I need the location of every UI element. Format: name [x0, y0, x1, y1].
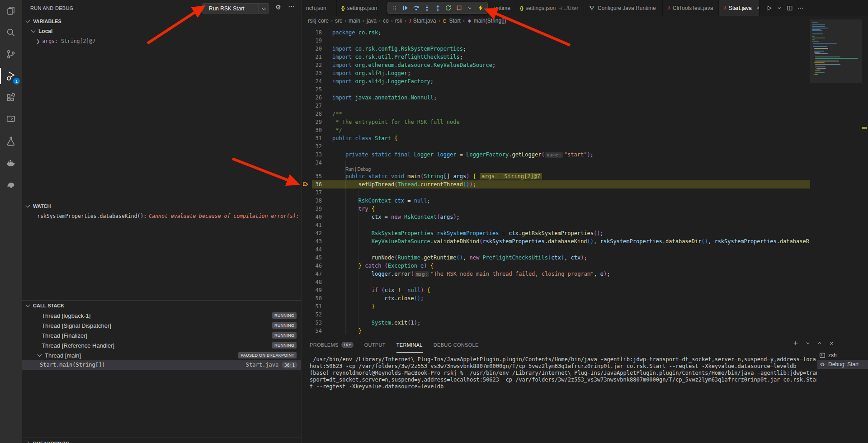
- gear-icon[interactable]: ⚙: [275, 4, 281, 11]
- breadcrumb-item-co[interactable]: co: [383, 18, 389, 24]
- gutter-glyph-margin[interactable]: [302, 197, 312, 205]
- breadcrumb-item-rskj-core[interactable]: rskj-core: [308, 18, 329, 24]
- activity-docker[interactable]: [0, 152, 22, 174]
- gutter-glyph-margin[interactable]: [302, 221, 312, 229]
- gutter-glyph-margin[interactable]: [302, 237, 312, 245]
- gutter-glyph-margin[interactable]: [302, 102, 312, 110]
- step-out-button[interactable]: [432, 2, 443, 14]
- activity-gradle[interactable]: [0, 174, 22, 195]
- variables-section-header[interactable]: VARIABLES: [22, 16, 301, 26]
- split-editor-icon[interactable]: [787, 5, 793, 11]
- gutter-glyph-margin[interactable]: [302, 61, 312, 69]
- breadcrumb-item-java[interactable]: java: [367, 18, 377, 24]
- gutter-glyph-margin[interactable]: [302, 134, 312, 142]
- gutter-glyph-margin[interactable]: [302, 213, 312, 221]
- tab-settings-json[interactable]: {}settings.json: [337, 0, 377, 16]
- gutter-glyph-margin[interactable]: [302, 262, 312, 270]
- breakpoints-section-header[interactable]: BREAKPOINTS: [22, 438, 301, 443]
- activity-remote-explorer[interactable]: [0, 108, 22, 130]
- gutter-glyph-margin[interactable]: [302, 180, 312, 189]
- chevron-down-icon[interactable]: [805, 340, 811, 346]
- activity-run-debug[interactable]: 1: [0, 65, 22, 87]
- gutter-glyph-margin[interactable]: [302, 151, 312, 159]
- chevron-up-icon[interactable]: [817, 340, 822, 346]
- terminal-session-debug-start[interactable]: Debug: Start: [817, 360, 868, 369]
- codelens-run-debug[interactable]: Run | Debug: [302, 167, 810, 172]
- gutter-glyph-margin[interactable]: [302, 270, 312, 278]
- plus-icon[interactable]: [793, 340, 799, 346]
- tab-start-java[interactable]: JStart.java: [719, 0, 760, 16]
- gutter-glyph-margin[interactable]: [302, 278, 312, 286]
- stop-dropdown[interactable]: [464, 2, 475, 14]
- gutter-glyph-margin[interactable]: [302, 126, 312, 134]
- activity-files[interactable]: [0, 0, 22, 22]
- terminal-output[interactable]: /usr/bin/env /Library/Internet\ Plug-Ins…: [310, 356, 817, 390]
- run-configuration-dropdown[interactable]: Run RSK Start: [202, 3, 269, 14]
- gutter-glyph-margin[interactable]: [302, 189, 312, 197]
- gutter-glyph-margin[interactable]: [302, 294, 312, 302]
- stack-frame-row[interactable]: Start.main(String[])Start.java36:1: [22, 360, 301, 370]
- gutter-glyph-margin[interactable]: [302, 142, 312, 151]
- minimap[interactable]: [810, 16, 862, 337]
- gutter-glyph-margin[interactable]: [302, 53, 312, 61]
- gutter-glyph-margin[interactable]: [302, 229, 312, 237]
- step-over-button[interactable]: [411, 2, 422, 14]
- close-icon[interactable]: [829, 340, 835, 346]
- gutter-glyph-margin[interactable]: [302, 77, 312, 85]
- close-icon[interactable]: [755, 5, 760, 11]
- more-actions-icon[interactable]: ⋯: [288, 2, 295, 10]
- breadcrumb-item-start[interactable]: Start: [442, 18, 460, 24]
- gutter-glyph-margin[interactable]: [302, 327, 312, 335]
- breadcrumb-item-main[interactable]: main: [349, 18, 360, 24]
- gutter-glyph-margin[interactable]: [302, 302, 312, 311]
- call-stack-section-header[interactable]: CALL STACK: [22, 301, 301, 311]
- call-stack-thread-row[interactable]: Thread [Finalizer]RUNNING: [22, 330, 301, 340]
- stop-button[interactable]: [454, 2, 465, 14]
- restart-button[interactable]: [443, 2, 454, 14]
- gutter-glyph-margin[interactable]: [302, 319, 312, 327]
- step-into-button[interactable]: [421, 2, 432, 14]
- variable-row-args[interactable]: ❯ args: String[2]@7: [22, 36, 301, 46]
- gutter-glyph-margin[interactable]: [302, 205, 312, 213]
- watch-expression-row[interactable]: rskSystemProperties.databaseKind():Canno…: [22, 211, 301, 221]
- terminal-session-zsh[interactable]: zsh: [817, 351, 868, 360]
- breadcrumb-item-src[interactable]: src: [335, 18, 342, 24]
- continue-button[interactable]: [400, 2, 411, 14]
- breadcrumb-item-rsk[interactable]: rsk: [395, 18, 402, 24]
- gutter-glyph-margin[interactable]: [302, 254, 312, 262]
- breadcrumb-item-start-java[interactable]: JStart.java: [409, 18, 436, 24]
- gutter-glyph-margin[interactable]: [302, 159, 312, 167]
- call-stack-thread-row[interactable]: Thread [logback-1]RUNNING: [22, 311, 301, 320]
- gutter-glyph-margin[interactable]: [302, 110, 312, 118]
- gutter-glyph-margin[interactable]: [302, 85, 312, 94]
- panel-tab-terminal[interactable]: TERMINAL: [396, 337, 423, 353]
- tab-settings-json[interactable]: {}settings.json~/.../User: [515, 0, 584, 16]
- gutter-glyph-margin[interactable]: [302, 69, 312, 77]
- activity-testing[interactable]: [0, 130, 22, 152]
- tab-nch-json[interactable]: nch.json: [302, 0, 337, 16]
- panel-tab-problems[interactable]: PROBLEMS1K+: [310, 337, 354, 353]
- gutter-glyph-margin[interactable]: [302, 311, 312, 319]
- activity-search[interactable]: [0, 22, 22, 43]
- call-stack-thread-row[interactable]: Thread [main]PAUSED ON BREAKPOINT: [22, 350, 301, 360]
- panel-tab-output[interactable]: OUTPUT: [364, 337, 386, 353]
- gutter-glyph-margin[interactable]: [302, 118, 312, 126]
- play-outline-icon[interactable]: [766, 5, 772, 11]
- tab-configure-java-runtime[interactable]: Configure Java Runtime: [584, 0, 663, 16]
- gutter-glyph-margin[interactable]: [302, 45, 312, 53]
- watch-section-header[interactable]: WATCH: [22, 201, 301, 211]
- gutter-glyph-margin[interactable]: [302, 245, 312, 254]
- gutter-glyph-margin[interactable]: [302, 172, 312, 180]
- call-stack-thread-row[interactable]: Thread [Reference Handler]RUNNING: [22, 340, 301, 350]
- gutter-glyph-margin[interactable]: [302, 286, 312, 294]
- variables-scope-local[interactable]: Local: [22, 26, 301, 36]
- gutter-glyph-margin[interactable]: [302, 28, 312, 37]
- more-icon[interactable]: [797, 5, 804, 11]
- chevron-down-icon[interactable]: [777, 5, 782, 11]
- call-stack-thread-row[interactable]: Thread [Signal Dispatcher]RUNNING: [22, 320, 301, 330]
- gutter-glyph-margin[interactable]: [302, 94, 312, 102]
- activity-source-control[interactable]: [0, 43, 22, 65]
- gutter-glyph-margin[interactable]: [302, 37, 312, 45]
- hot-code-replace-button[interactable]: [475, 2, 486, 14]
- tab-clitoolstest-java[interactable]: JCliToolsTest.java: [663, 0, 719, 16]
